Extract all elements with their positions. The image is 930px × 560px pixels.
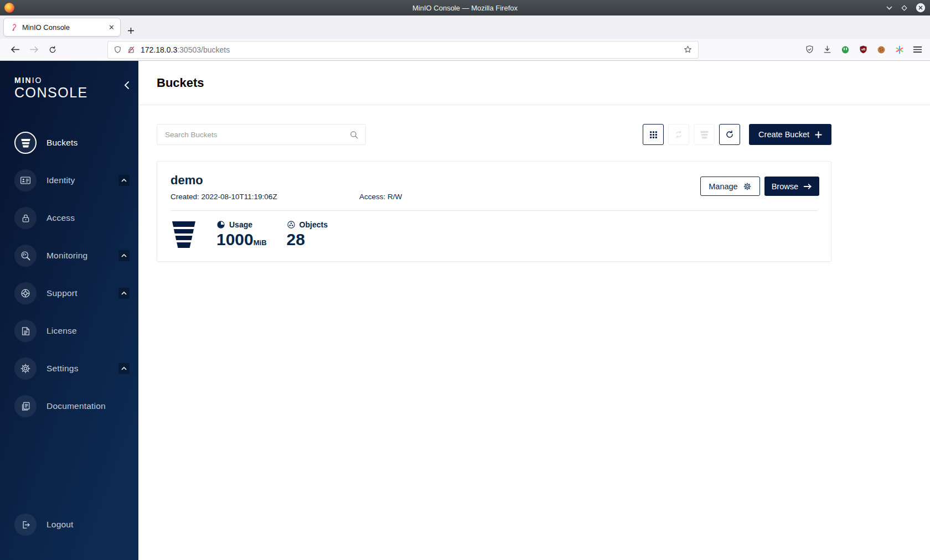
manage-label: Manage [709, 182, 737, 191]
usage-unit: MiB [254, 238, 267, 247]
sidebar-item-settings[interactable]: Settings [0, 350, 138, 387]
download-icon[interactable] [823, 45, 832, 54]
sidebar-item-label: Monitoring [46, 251, 87, 261]
chevron-up-icon[interactable] [118, 288, 130, 299]
bucket-icon [14, 132, 37, 154]
forward-icon[interactable] [24, 42, 43, 58]
create-bucket-label: Create Bucket [758, 130, 809, 139]
search-icon [349, 130, 359, 139]
search-input[interactable] [165, 131, 349, 139]
gear-icon [743, 182, 752, 191]
chevron-up-icon[interactable] [118, 250, 130, 261]
browser-navbar: 172.18.0.3:30503/buckets uB [0, 39, 930, 61]
plus-icon [815, 131, 822, 138]
page-title: Buckets [157, 76, 204, 90]
extension-green-icon[interactable] [840, 45, 850, 55]
bucket-created: Created: 2022-08-10T11:19:06Z [170, 193, 359, 201]
window-close-icon[interactable] [916, 3, 926, 13]
bucket-icon [700, 130, 709, 139]
menu-hamburger-icon[interactable] [913, 45, 922, 54]
sidebar-item-access[interactable]: Access [0, 199, 138, 237]
card-divider [170, 210, 818, 211]
sidebar-item-buckets[interactable]: Buckets [0, 124, 138, 162]
usage-value: 1000 [216, 230, 254, 248]
refresh-icon [725, 129, 735, 139]
insecure-lock-icon[interactable] [127, 45, 136, 54]
logo-io-text: IO [32, 76, 43, 85]
tab-close-icon[interactable]: ✕ [108, 24, 115, 31]
logout-icon [14, 514, 37, 536]
buckets-toolbar: Create Bucket [157, 124, 831, 145]
objects-label: Objects [299, 220, 328, 229]
id-card-icon [14, 169, 37, 191]
minio-console-logo: MINIO CONSOLE [0, 61, 138, 100]
documentation-icon [14, 395, 37, 417]
sidebar-item-label: Support [46, 288, 78, 298]
browse-button[interactable]: Browse [764, 177, 819, 196]
sidebar-item-label: Access [46, 213, 75, 223]
objects-value: 28 [287, 231, 328, 248]
window-titlebar: MinIO Console — Mozilla Firefox [0, 0, 930, 15]
url-bar[interactable]: 172.18.0.3:30503/buckets [107, 41, 699, 59]
window-minimize-icon[interactable] [886, 5, 893, 11]
refresh-button[interactable] [719, 124, 740, 145]
tab-minio-console[interactable]: MinIO Console ✕ [3, 18, 121, 37]
sidebar-item-label: Buckets [46, 138, 78, 148]
tab-strip: MinIO Console ✕ [0, 15, 930, 39]
sidebar-item-license[interactable]: License [0, 312, 138, 350]
tab-title: MinIO Console [22, 23, 104, 32]
tracking-shield-icon[interactable] [113, 45, 122, 54]
sidebar: MINIO CONSOLE Buckets Identity [0, 61, 138, 560]
sidebar-item-monitoring[interactable]: Monitoring [0, 237, 138, 274]
sidebar-item-label: License [46, 326, 77, 336]
pocket-shield-icon[interactable] [805, 45, 814, 54]
back-icon[interactable] [6, 42, 24, 58]
extension-asterisk-icon[interactable] [895, 45, 905, 55]
monitoring-icon [14, 245, 37, 267]
logo-min-text: MIN [14, 76, 32, 85]
sidebar-item-identity[interactable]: Identity [0, 162, 138, 199]
sidebar-item-logout[interactable]: Logout [0, 506, 138, 543]
browse-label: Browse [772, 182, 798, 191]
create-bucket-button[interactable]: Create Bucket [749, 124, 831, 145]
logo-console-text: CONSOLE [14, 85, 138, 100]
cookie-icon[interactable] [876, 45, 886, 55]
replication-icon [674, 129, 684, 139]
manage-button[interactable]: Manage [700, 177, 760, 196]
bucket-card-demo[interactable]: demo Created: 2022-08-10T11:19:06Z Acces… [157, 161, 831, 262]
bookmark-star-icon[interactable] [683, 45, 693, 54]
svg-text:uB: uB [861, 48, 865, 51]
new-tab-icon[interactable] [127, 27, 135, 34]
window-title: MinIO Console — Mozilla Firefox [0, 4, 930, 12]
url-path: :30503/buckets [177, 45, 230, 54]
search-box [157, 124, 366, 145]
window-maximize-icon[interactable] [901, 4, 908, 12]
chevron-up-icon[interactable] [118, 363, 130, 374]
sidebar-item-documentation[interactable]: Documentation [0, 387, 138, 425]
chevron-up-icon[interactable] [118, 175, 130, 186]
bucket-icon [171, 220, 197, 249]
sidebar-collapse-icon[interactable] [124, 81, 130, 90]
grid-view-icon [649, 130, 658, 139]
bucket-access: Access: R/W [359, 193, 402, 201]
main-content: Buckets [138, 61, 930, 560]
replication-button [668, 124, 689, 145]
sidebar-item-label: Identity [46, 175, 75, 185]
license-icon [14, 320, 37, 342]
arrow-right-icon [803, 183, 812, 190]
ublock-icon[interactable]: uB [859, 45, 868, 54]
grid-view-button[interactable] [643, 124, 664, 145]
page-header: Buckets [138, 61, 930, 105]
objects-icon [287, 220, 296, 229]
support-icon [14, 282, 37, 304]
usage-metric: Usage 1000MiB [216, 220, 267, 248]
url-text[interactable]: 172.18.0.3:30503/buckets [141, 45, 678, 54]
sidebar-item-label: Settings [46, 364, 79, 374]
usage-pie-icon [216, 220, 225, 229]
logout-label: Logout [46, 520, 74, 530]
lock-icon [14, 207, 37, 229]
minio-favicon [9, 23, 18, 32]
reload-icon[interactable] [43, 42, 62, 58]
sidebar-item-support[interactable]: Support [0, 274, 138, 312]
objects-metric: Objects 28 [287, 220, 328, 248]
